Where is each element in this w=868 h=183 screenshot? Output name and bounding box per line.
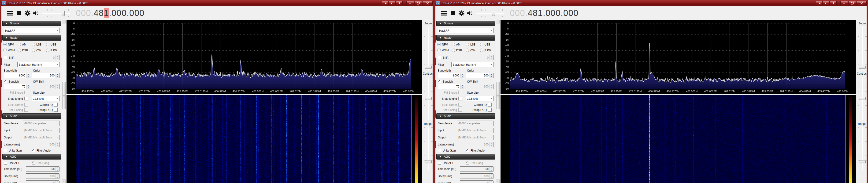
spinner-arrows[interactable]: ▲▼ [490,142,493,147]
frequency-digit[interactable]: 1 [104,8,109,18]
unity-gain-checkbox[interactable]: ✔ [4,149,7,152]
dock-left-button[interactable] [382,1,389,5]
zoom-slider-thumb[interactable] [425,66,432,69]
zoom-slider[interactable] [422,26,434,70]
step-size-select[interactable]: 12.5 kHz▼ [32,96,60,101]
waterfall-display[interactable] [500,95,856,183]
agc-threshold-input[interactable]: -50▲▼ [460,166,494,172]
frequency-digit[interactable]: . [561,8,563,18]
squelch-checkbox[interactable]: ✔ [438,80,441,83]
menu-button[interactable] [6,10,13,16]
swap-iq-checkbox[interactable]: ✔ [54,108,58,112]
audio-input-select[interactable]: [MME] Microsoft Soun▼ [23,128,60,133]
volume-slider[interactable] [476,9,504,17]
mode-radio-lsb[interactable]: LSB [32,43,46,46]
scroll-up-arrow[interactable]: ▲ [62,20,66,23]
sidebar-scrollbar[interactable]: ▲ ▼ [496,20,500,183]
use-hang-checkbox[interactable]: ✔ [466,161,469,165]
frequency-digit[interactable]: 0 [134,8,140,18]
unity-gain-checkbox[interactable]: ✔ [438,149,441,152]
mode-radio-cw[interactable]: CW [466,49,480,52]
agc-slope-input[interactable]: 0▲▼ [460,180,494,183]
spinner-arrows[interactable]: ▲▼ [56,55,59,60]
shift-input[interactable]: 0 ▲▼ [21,55,60,60]
range-slider[interactable] [422,127,434,171]
spinner-arrows[interactable]: ▲▼ [490,55,493,60]
restore-button[interactable] [414,1,422,5]
scroll-thumb[interactable] [496,82,500,109]
frequency-digit[interactable]: 0 [86,8,91,18]
range-slider-thumb[interactable] [425,160,432,163]
snap-to-grid-checkbox[interactable]: ✔ [24,97,28,100]
frequency-digit[interactable]: 1 [538,8,543,18]
audio-input-select[interactable]: [MME] Microsoft Soun▼ [457,128,494,133]
frequency-digit[interactable]: 0 [568,8,574,18]
frequency-digit[interactable]: . [525,8,528,18]
shift-input[interactable]: 0 ▲▼ [455,55,494,60]
latency-input[interactable]: 100▲▼ [23,142,60,147]
snap-to-grid-checkbox[interactable]: ✔ [458,97,462,100]
frequency-digit[interactable]: 8 [533,8,538,18]
lock-carrier-checkbox[interactable]: ✔ [458,103,462,106]
frequency-digit[interactable]: 0 [76,8,81,18]
latency-input[interactable]: 100▲▼ [457,142,494,147]
radio-panel-header[interactable]: ▼ Radio [436,35,495,41]
zoom-slider[interactable] [856,26,868,70]
filter-select[interactable]: Blackman-Harris 4 ▼ [17,62,60,67]
spinner-arrows[interactable]: ▲▼ [56,181,59,183]
mode-radio-usb[interactable]: USB [46,43,60,46]
anti-fading-checkbox[interactable]: ✔ [458,108,462,112]
range-slider-thumb[interactable] [859,160,866,163]
correct-iq-checkbox[interactable]: ✔ [54,103,58,106]
scroll-thumb[interactable] [62,82,66,109]
mode-radio-raw[interactable]: RAW [480,49,494,52]
stop-button[interactable] [17,11,21,15]
close-button[interactable] [856,1,867,5]
filter-audio-checkbox[interactable]: ✔ [32,149,35,152]
spinner-arrows[interactable]: ▲▼ [460,84,464,89]
contrast-slider-thumb[interactable] [859,97,866,100]
spinner-arrows[interactable]: ▲▼ [56,174,59,179]
zoom-slider-thumb[interactable] [859,66,866,69]
mode-radio-am[interactable]: AM [452,43,466,46]
frequency-digit[interactable]: 0 [117,8,122,18]
dock-right-button[interactable] [823,1,830,5]
restore-button[interactable] [848,1,856,5]
frequency-digit[interactable]: 0 [520,8,525,18]
spinner-arrows[interactable]: ▲▼ [26,84,30,89]
mode-radio-dsb[interactable]: DSB [18,49,32,52]
dock-right-button[interactable] [389,1,396,5]
frequency-digit[interactable]: 0 [81,8,86,18]
samplerate-select[interactable]: 48000 sample/sec▼ [23,121,60,126]
settings-gear-button[interactable] [25,10,30,16]
filter-select[interactable]: Blackman-Harris 4 ▼ [451,62,494,67]
frequency-digit[interactable]: 0 [556,8,561,18]
mode-radio-nfm[interactable]: NFM [437,43,452,46]
menu-button[interactable] [440,10,447,16]
fm-stereo-checkbox[interactable]: ✔ [458,91,462,94]
cw-shift-input[interactable]: 600▲▼ [32,84,60,89]
source-device-select[interactable]: HackRF ▼ [4,28,60,33]
agc-decay-input[interactable]: 100▲▼ [460,174,494,179]
source-panel-header[interactable]: ▼ Source [436,21,495,26]
cw-shift-input[interactable]: 600▲▼ [466,84,494,89]
frequency-digit[interactable]: 0 [551,8,556,18]
contrast-slider-thumb[interactable] [425,97,432,100]
audio-panel-header[interactable]: ▼ Audio [436,113,495,119]
radio-panel-header[interactable]: ▼ Radio [2,35,61,41]
pin-button[interactable] [830,1,837,5]
waterfall-display[interactable] [66,95,422,183]
pin-button[interactable] [396,1,403,5]
frequency-digit[interactable]: 0 [122,8,127,18]
filter-audio-checkbox[interactable]: ✔ [466,149,469,152]
use-hang-checkbox[interactable]: ✔ [32,161,35,165]
mode-radio-nfm[interactable]: NFM [3,43,18,46]
mode-radio-wfm[interactable]: WFM [3,49,18,52]
squelch-input[interactable]: 75▲▼ [438,84,464,89]
frequency-digit[interactable]: 0 [563,8,568,18]
use-agc-checkbox[interactable]: ✔ [438,161,441,165]
mode-radio-raw[interactable]: RAW [46,49,60,52]
minimize-button[interactable] [840,1,848,5]
frequency-digit[interactable]: 0 [515,8,520,18]
swap-iq-checkbox[interactable]: ✔ [488,108,492,112]
